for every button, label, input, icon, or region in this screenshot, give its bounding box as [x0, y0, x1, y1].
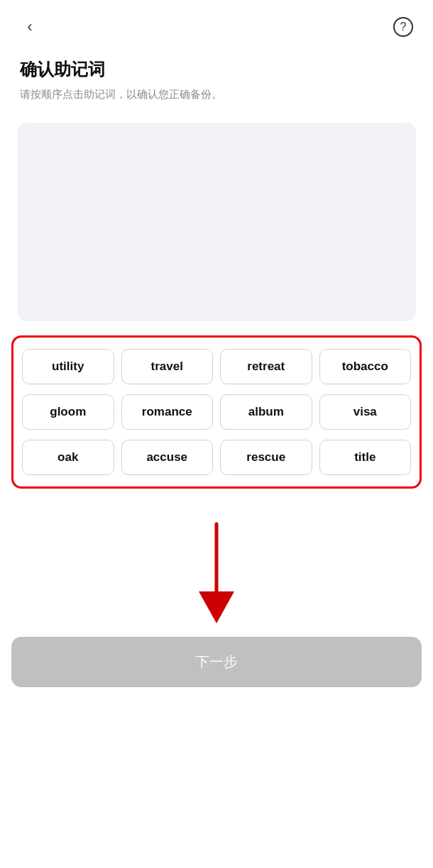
next-btn-container: 下一步 [11, 637, 422, 687]
help-button[interactable]: ? [390, 14, 416, 40]
header: ‹ ? [0, 0, 433, 47]
page-title: 确认助记词 [20, 58, 413, 81]
next-button[interactable]: 下一步 [11, 637, 422, 687]
word-chip[interactable]: album [220, 394, 312, 430]
page-subtitle: 请按顺序点击助记词，以确认您正确备份。 [20, 87, 413, 103]
word-chip[interactable]: retreat [220, 349, 312, 384]
title-section: 确认助记词 请按顺序点击助记词，以确认您正确备份。 [0, 47, 433, 108]
back-button[interactable]: ‹ [17, 14, 43, 40]
arrow-container [0, 503, 433, 630]
mnemonic-display-area [17, 123, 416, 321]
word-chip[interactable]: visa [319, 394, 412, 430]
arrow-icon [188, 517, 245, 630]
word-chip[interactable]: tobacco [319, 349, 412, 384]
bottom-area: 下一步 [0, 503, 433, 701]
back-icon: ‹ [27, 18, 32, 36]
word-chip[interactable]: travel [121, 349, 214, 384]
word-chip[interactable]: accuse [121, 440, 214, 475]
word-chip[interactable]: rescue [220, 440, 312, 475]
help-icon: ? [393, 17, 413, 37]
word-grid: utilitytravelretreattobaccogloomromancea… [22, 349, 411, 475]
word-chip[interactable]: romance [121, 394, 214, 430]
word-chip[interactable]: title [319, 440, 412, 475]
word-chip[interactable]: gloom [22, 394, 114, 430]
svg-marker-1 [199, 591, 234, 623]
word-grid-container: utilitytravelretreattobaccogloomromancea… [11, 335, 422, 489]
word-chip[interactable]: oak [22, 440, 114, 475]
word-chip[interactable]: utility [22, 349, 114, 384]
